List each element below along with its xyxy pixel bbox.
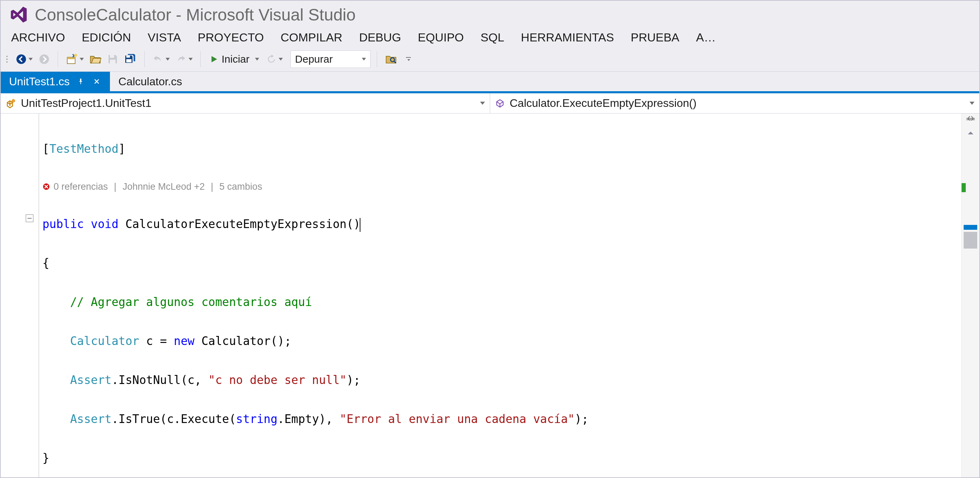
- tab-calculator[interactable]: Calculator.cs: [110, 72, 190, 91]
- member-nav-dropdown[interactable]: Calculator.ExecuteEmptyExpression(): [490, 93, 979, 113]
- code-editor[interactable]: [TestMethod] 0 referencias | Johnnie McL…: [1, 113, 979, 477]
- menu-vista[interactable]: VISTA: [148, 31, 181, 44]
- window-title: ConsoleCalculator - Microsoft Visual Stu…: [35, 5, 356, 24]
- refresh-button: [265, 52, 284, 67]
- menu-herramientas[interactable]: HERRAMIENTAS: [521, 31, 614, 44]
- member-nav-label: Calculator.ExecuteEmptyExpression(): [510, 97, 697, 110]
- type-nav-label: UnitTestProject1.UnitTest1: [21, 97, 151, 110]
- tab-label: UnitTest1.cs: [9, 75, 70, 88]
- app-window: ConsoleCalculator - Microsoft Visual Stu…: [0, 0, 980, 478]
- toolbar-overflow[interactable]: [401, 52, 416, 67]
- scroll-up-icon[interactable]: [962, 127, 979, 138]
- undo-button: [151, 52, 171, 67]
- menu-overflow[interactable]: A…: [696, 31, 716, 44]
- nav-forward-button: [37, 52, 51, 67]
- svg-point-1: [39, 54, 49, 64]
- title-bar: ConsoleCalculator - Microsoft Visual Stu…: [1, 1, 979, 27]
- fold-toggle[interactable]: [26, 215, 33, 222]
- redo-button: [174, 52, 194, 67]
- open-file-button[interactable]: [88, 52, 103, 67]
- scroll-overview[interactable]: [961, 113, 979, 477]
- menu-prueba[interactable]: PRUEBA: [631, 31, 679, 44]
- svg-point-0: [16, 54, 26, 64]
- svg-rect-8: [126, 59, 132, 62]
- menu-debug[interactable]: DEBUG: [359, 31, 401, 44]
- codelens-1[interactable]: 0 referencias | Johnnie McLeod +2 | 5 ca…: [43, 178, 961, 195]
- svg-rect-10: [406, 57, 411, 58]
- pin-icon[interactable]: [76, 76, 86, 86]
- code-content[interactable]: [TestMethod] 0 referencias | Johnnie McL…: [43, 113, 961, 477]
- svg-rect-5: [110, 55, 114, 58]
- menu-sql[interactable]: SQL: [480, 31, 504, 44]
- menu-archivo[interactable]: ARCHIVO: [11, 31, 65, 44]
- svg-rect-3: [67, 57, 75, 59]
- menu-proyecto[interactable]: PROYECTO: [197, 31, 264, 44]
- menu-edicion[interactable]: EDICIÓN: [82, 31, 131, 44]
- error-icon: [43, 183, 50, 190]
- toolbar: Iniciar Depurar: [1, 49, 979, 72]
- toolbar-grip[interactable]: [6, 56, 9, 63]
- save-button: [105, 52, 120, 67]
- editor-gutter: [1, 113, 43, 477]
- close-icon[interactable]: [92, 76, 102, 86]
- split-icon[interactable]: [965, 115, 976, 123]
- svg-point-11: [12, 99, 15, 102]
- menu-bar: ARCHIVO EDICIÓN VISTA PROYECTO COMPILAR …: [1, 27, 979, 49]
- change-marker: [962, 183, 966, 192]
- save-all-button[interactable]: [123, 52, 138, 67]
- scrollbar-thumb[interactable]: [964, 232, 977, 249]
- new-project-button[interactable]: [64, 52, 85, 67]
- vs-logo-icon: [9, 5, 29, 24]
- class-icon: [6, 98, 16, 108]
- document-tab-strip: UnitTest1.cs Calculator.cs: [1, 72, 979, 91]
- method-icon: [495, 99, 505, 108]
- editor-frame: UnitTestProject1.UnitTest1 Calculator.Ex…: [1, 91, 979, 477]
- tab-unittest1[interactable]: UnitTest1.cs: [1, 72, 110, 91]
- svg-rect-6: [110, 59, 116, 63]
- caret-marker: [964, 225, 977, 230]
- solution-config-dropdown[interactable]: Depurar: [291, 51, 371, 68]
- navigation-bar: UnitTestProject1.UnitTest1 Calculator.Ex…: [1, 93, 979, 113]
- svg-rect-7: [126, 56, 130, 58]
- menu-compilar[interactable]: COMPILAR: [281, 31, 343, 44]
- type-nav-dropdown[interactable]: UnitTestProject1.UnitTest1: [1, 93, 490, 113]
- nav-back-button[interactable]: [14, 52, 34, 67]
- tab-label: Calculator.cs: [118, 75, 182, 88]
- menu-equipo[interactable]: EQUIPO: [418, 31, 464, 44]
- start-debug-button[interactable]: Iniciar: [207, 53, 262, 65]
- svg-point-4: [74, 54, 77, 57]
- find-in-files-button[interactable]: [383, 52, 399, 67]
